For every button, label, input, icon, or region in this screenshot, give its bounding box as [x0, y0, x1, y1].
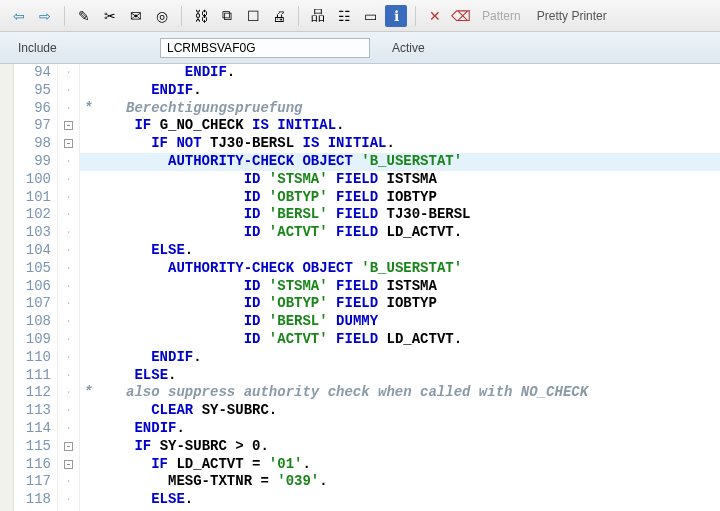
code-line[interactable]: ID 'ACTVT' FIELD LD_ACTVT. [80, 331, 720, 349]
line-number: 106 [14, 278, 57, 296]
code-line[interactable]: ENDIF. [80, 420, 720, 438]
line-number: 97 [14, 117, 57, 135]
fold-gutter[interactable]: ···--················--·· [58, 64, 80, 511]
code-line[interactable]: * also suppress authority check when cal… [80, 384, 720, 402]
fold-toggle[interactable]: - [64, 460, 73, 469]
toolbar-separator [64, 6, 65, 26]
pretty-printer-button[interactable]: Pretty Printer [531, 9, 613, 23]
code-line[interactable]: ELSE. [80, 367, 720, 385]
code-line[interactable]: IF LD_ACTVT = '01'. [80, 456, 720, 474]
code-editor[interactable]: 9495969798991001011021031041051061071081… [0, 64, 720, 511]
code-line[interactable]: ID 'STSMA' FIELD ISTSMA [80, 278, 720, 296]
line-number: 104 [14, 242, 57, 260]
delete-icon[interactable]: ✕ [424, 5, 446, 27]
code-line[interactable]: * Berechtigungspruefung [80, 100, 720, 118]
link-icon[interactable]: ⛓ [190, 5, 212, 27]
line-number: 107 [14, 295, 57, 313]
toolbar-separator [181, 6, 182, 26]
line-number: 94 [14, 64, 57, 82]
target-icon[interactable]: ◎ [151, 5, 173, 27]
code-line[interactable]: ENDIF. [80, 349, 720, 367]
code-line[interactable]: ID 'OBTYP' FIELD IOBTYP [80, 189, 720, 207]
line-number: 100 [14, 171, 57, 189]
undo-icon[interactable]: ⌫ [450, 5, 472, 27]
include-status: Active [382, 41, 425, 55]
code-line[interactable]: IF SY-SUBRC > 0. [80, 438, 720, 456]
line-number: 118 [14, 491, 57, 509]
info-icon[interactable]: ℹ [385, 5, 407, 27]
code-line[interactable]: IF NOT TJ30-BERSL IS INITIAL. [80, 135, 720, 153]
line-number: 112 [14, 384, 57, 402]
code-line[interactable]: ID 'BERSL' FIELD TJ30-BERSL [80, 206, 720, 224]
edit-icon[interactable]: ✎ [73, 5, 95, 27]
pattern-button[interactable]: Pattern [476, 9, 527, 23]
line-number: 98 [14, 135, 57, 153]
code-line[interactable]: ID 'STSMA' FIELD ISTSMA [80, 171, 720, 189]
include-input[interactable] [160, 38, 370, 58]
code-line[interactable]: ENDIF. [80, 82, 720, 100]
line-number: 105 [14, 260, 57, 278]
line-number: 111 [14, 367, 57, 385]
line-number: 114 [14, 420, 57, 438]
code-line[interactable]: AUTHORITY-CHECK OBJECT 'B_USERSTAT' [80, 153, 720, 171]
line-number: 117 [14, 473, 57, 491]
nav-forward-button[interactable]: ⇨ [34, 5, 56, 27]
code-line[interactable]: ELSE. [80, 491, 720, 509]
line-number: 103 [14, 224, 57, 242]
code-line[interactable]: ID 'BERSL' DUMMY [80, 313, 720, 331]
line-number: 102 [14, 206, 57, 224]
toolbar-separator [298, 6, 299, 26]
line-number-gutter: 9495969798991001011021031041051061071081… [14, 64, 58, 511]
toolbar: ⇦ ⇨ ✎ ✂ ✉ ◎ ⛓ ⧉ ☐ 🖨 品 ☷ ▭ ℹ ✕ ⌫ Pattern … [0, 0, 720, 32]
include-bar: Include Active [0, 32, 720, 64]
list-icon[interactable]: ☷ [333, 5, 355, 27]
line-number: 96 [14, 100, 57, 118]
code-line[interactable]: CLEAR SY-SUBRC. [80, 402, 720, 420]
code-line[interactable]: ID 'OBTYP' FIELD IOBTYP [80, 295, 720, 313]
fold-toggle[interactable]: - [64, 121, 73, 130]
layout-icon[interactable]: ▭ [359, 5, 381, 27]
print-icon[interactable]: 🖨 [268, 5, 290, 27]
hierarchy-icon[interactable]: 品 [307, 5, 329, 27]
mail-icon[interactable]: ✉ [125, 5, 147, 27]
code-line[interactable]: ENDIF. [80, 64, 720, 82]
line-number: 99 [14, 153, 57, 171]
code-line[interactable]: AUTHORITY-CHECK OBJECT 'B_USERSTAT' [80, 260, 720, 278]
cut-icon[interactable]: ✂ [99, 5, 121, 27]
line-number: 113 [14, 402, 57, 420]
line-number: 109 [14, 331, 57, 349]
line-number: 116 [14, 456, 57, 474]
code-area[interactable]: ENDIF. ENDIF.* Berechtigungspruefung IF … [80, 64, 720, 511]
code-line[interactable]: ID 'ACTVT' FIELD LD_ACTVT. [80, 224, 720, 242]
toolbar-separator [415, 6, 416, 26]
nav-back-button[interactable]: ⇦ [8, 5, 30, 27]
breakpoint-gutter[interactable] [0, 64, 14, 511]
line-number: 95 [14, 82, 57, 100]
line-number: 101 [14, 189, 57, 207]
window-icon[interactable]: ☐ [242, 5, 264, 27]
code-line[interactable]: ELSE. [80, 242, 720, 260]
include-label: Include [18, 41, 148, 55]
line-number: 110 [14, 349, 57, 367]
line-number: 115 [14, 438, 57, 456]
fold-toggle[interactable]: - [64, 442, 73, 451]
copy-icon[interactable]: ⧉ [216, 5, 238, 27]
fold-toggle[interactable]: - [64, 139, 73, 148]
code-line[interactable]: IF G_NO_CHECK IS INITIAL. [80, 117, 720, 135]
line-number: 108 [14, 313, 57, 331]
code-line[interactable]: MESG-TXTNR = '039'. [80, 473, 720, 491]
